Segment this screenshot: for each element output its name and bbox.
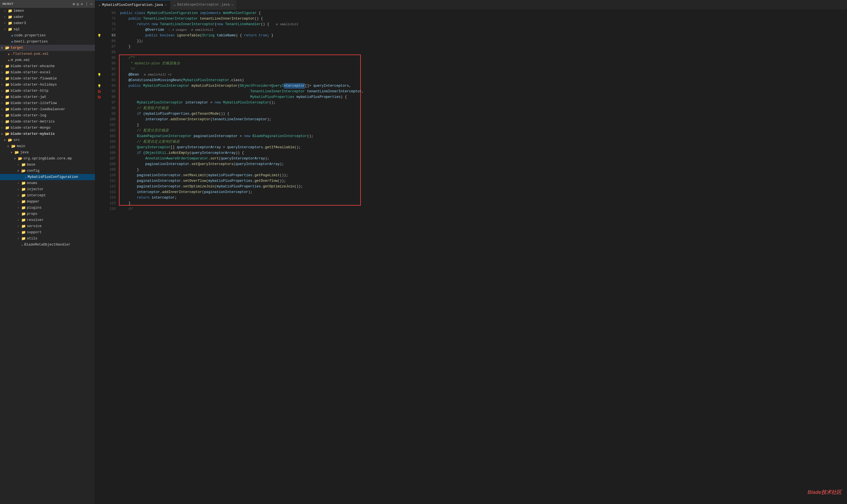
sidebar-item-blade-meta[interactable]: › ☕ BladeMetaObjectHandler xyxy=(0,242,95,248)
sidebar-item-blade-starter-mybatis[interactable]: ∨ 📂 blade-starter-mybatis xyxy=(0,131,95,137)
chevron-right-icon: › xyxy=(1,90,4,93)
refresh-icon[interactable]: ⊕ xyxy=(72,2,75,6)
folder-open-icon: 📂 xyxy=(15,150,19,155)
sidebar-item-sql[interactable]: › 📁 sql xyxy=(0,26,95,33)
more-icon[interactable]: ⋮ xyxy=(85,2,89,6)
sidebar-item-java[interactable]: ∨ 📂 java xyxy=(0,149,95,156)
sidebar-item-saber3[interactable]: › 📁 saber3 xyxy=(0,20,95,26)
chevron-right-icon: › xyxy=(1,71,4,74)
close-icon[interactable]: ✕ xyxy=(81,2,83,6)
code-line-91: */ xyxy=(119,66,364,72)
code-line-77: @Override ↑ 4 usages ⚹ smallchill xyxy=(119,27,364,33)
sidebar-item-blade-starter-jwt[interactable]: › 📁 blade-starter-jwt xyxy=(0,94,95,100)
sidebar-item-base[interactable]: › 📁 base xyxy=(0,162,95,168)
sidebar-item-blade-starter-ehcache[interactable]: › 📁 blade-starter-ehcache xyxy=(0,63,95,69)
gutter-row xyxy=(95,44,104,50)
sidebar-item-intercept[interactable]: › 📁 intercept xyxy=(0,193,95,199)
gutter-row xyxy=(95,156,104,161)
locate-icon[interactable]: ◎ xyxy=(77,2,79,6)
sidebar-item-blade-starter-metrics[interactable]: › 📁 blade-starter-metrics xyxy=(0,119,95,125)
line-num-83: 83 xyxy=(104,33,116,38)
gutter-row xyxy=(95,77,104,83)
sidebar-item-blade-starter-mongo[interactable]: › 📁 blade-starter-mongo xyxy=(0,125,95,131)
line-num-115: 115 xyxy=(104,200,116,206)
line-num-104: 104 xyxy=(104,139,116,145)
sidebar-item-mapper[interactable]: › 📁 mapper xyxy=(0,199,95,205)
sidebar-item-blade-starter-http[interactable]: › 📁 blade-starter-http xyxy=(0,88,95,94)
sidebar-item-support[interactable]: › 📁 support xyxy=(0,229,95,235)
sidebar-item-label: plugins xyxy=(27,206,42,210)
folder-icon: 📁 xyxy=(21,162,26,167)
folder-icon: 📁 xyxy=(5,76,10,81)
code-line-96: MybatisPlusProperties mybatisPlusPropert… xyxy=(119,94,364,100)
sidebar-item-injector[interactable]: › 📁 injector xyxy=(0,186,95,193)
sidebar-item-main[interactable]: ∨ 📂 main xyxy=(0,143,95,149)
gutter-row-83: 💡 xyxy=(95,33,104,38)
minimize-icon[interactable]: — xyxy=(90,2,93,6)
file-icon: ⚙ xyxy=(11,34,13,37)
chevron-right-icon: › xyxy=(17,231,21,234)
sidebar-item-label: saber3 xyxy=(14,21,26,25)
sidebar-item-service[interactable]: › 📁 service xyxy=(0,223,95,229)
chevron-down-icon: ∨ xyxy=(4,139,7,142)
sidebar-item-blade-starter-holidays[interactable]: › 📁 blade-starter-holidays xyxy=(0,82,95,88)
chevron-down-icon: ∨ xyxy=(14,157,17,160)
chevron-right-icon: › xyxy=(1,120,4,123)
code-and-overlay: public class MybatisPlusConfiguration im… xyxy=(119,10,364,504)
line-num-77: 77 xyxy=(104,27,116,33)
sidebar-item-blade-starter-log[interactable]: › 📁 blade-starter-log xyxy=(0,112,95,119)
folder-icon: 📁 xyxy=(5,64,10,69)
sidebar-item-config[interactable]: ∨ 📂 config xyxy=(0,168,95,174)
gutter-row xyxy=(95,66,104,72)
sidebar-item-label: BladeMetaObjectHandler xyxy=(24,243,71,247)
sidebar-item-label: blade-starter-holidays xyxy=(11,83,57,87)
sidebar-item-org-springblade[interactable]: ∨ 📂 org.springblade.core.mp xyxy=(0,156,95,162)
sidebar-item-label: sql xyxy=(14,28,20,31)
tab-datascope-interceptor[interactable]: ☕ DataScopeInterceptor.java ✕ xyxy=(170,0,237,10)
sidebar-item-blade-starter-liteflow[interactable]: › 📁 blade-starter-liteflow xyxy=(0,100,95,106)
sidebar-item-label: blade-starter-jwt xyxy=(11,95,47,99)
line-num-90: 90 xyxy=(104,61,116,66)
code-line-112: paginationInterceptor . setOptimizeJoin … xyxy=(119,184,364,190)
sidebar-item-flattened-pom[interactable]: › ◈ .flattened-pom.xml xyxy=(0,51,95,57)
sidebar-item-blade-starter-excel[interactable]: › 📁 blade-starter-excel xyxy=(0,69,95,75)
sidebar-item-beetl-properties[interactable]: › ⚙ beetl.properties xyxy=(0,39,95,45)
gutter-row xyxy=(95,10,104,16)
sidebar-item-mybatisplus-config[interactable]: › ☕ MybatisPlusConfiguration xyxy=(0,174,95,180)
line-num-96: 96 xyxy=(104,94,116,100)
code-container[interactable]: 💡 💡 💡 🫘 🫘 xyxy=(95,10,847,504)
sidebar-item-plugins[interactable]: › 📁 plugins xyxy=(0,205,95,211)
sidebar-item-target[interactable]: ∨ 📂 target xyxy=(0,45,95,51)
code-line-75: public TenantLineInnerInterceptor tenant… xyxy=(119,16,364,21)
sidebar-item-utils[interactable]: › 📁 utils xyxy=(0,235,95,242)
sidebar-item-props[interactable]: › 📁 props xyxy=(0,211,95,217)
sidebar-item-code-properties[interactable]: › ⚙ code.properties xyxy=(0,33,95,39)
chevron-right-icon: › xyxy=(1,65,4,68)
tab-mybatisplus-config[interactable]: ☕ MybatisPlusConfiguration.java ✕ xyxy=(95,0,170,10)
sidebar-item-lemon[interactable]: › 📁 lemon xyxy=(0,8,95,14)
code-line-105: QueryInterceptor [] queryInterceptorArra… xyxy=(119,145,364,150)
sidebar-item-blade-starter-loadbalancer[interactable]: › 📁 blade-starter-loadbalancer xyxy=(0,106,95,112)
tab-close-button[interactable]: ✕ xyxy=(231,3,234,7)
code-line-116: // xyxy=(119,206,364,212)
sidebar-item-enums[interactable]: › 📁 enums xyxy=(0,180,95,186)
sidebar-item-resolver[interactable]: › 📁 resolver xyxy=(0,217,95,223)
line-num-103: 103 xyxy=(104,133,116,139)
sidebar-item-label: saber xyxy=(14,15,24,19)
gutter: 💡 💡 💡 🫘 🫘 xyxy=(95,10,104,504)
sidebar-item-pom-xml[interactable]: › ◈ m pom.xml xyxy=(0,57,95,63)
bean-icon: 🫘 xyxy=(98,95,101,99)
sidebar-item-saber[interactable]: › 📁 saber xyxy=(0,14,95,20)
code-line-110: paginationInterceptor . setMaxLimit ( my… xyxy=(119,173,364,178)
folder-icon: 📁 xyxy=(8,15,12,19)
folder-open-icon: 📂 xyxy=(21,169,26,173)
file-icon: ☕ xyxy=(24,175,27,179)
tab-close-button[interactable]: ✕ xyxy=(165,3,167,7)
sidebar-item-src[interactable]: ∨ 📂 src xyxy=(0,137,95,143)
line-num-94: 94 xyxy=(104,83,116,89)
line-num-87: 87 xyxy=(104,44,116,50)
folder-icon: 📁 xyxy=(5,126,10,130)
sidebar-item-label: m pom.xml xyxy=(11,58,30,62)
gutter-row-95: 🫘 xyxy=(95,89,104,94)
sidebar-item-blade-starter-flowable[interactable]: › 📁 blade-starter-flowable xyxy=(0,75,95,82)
